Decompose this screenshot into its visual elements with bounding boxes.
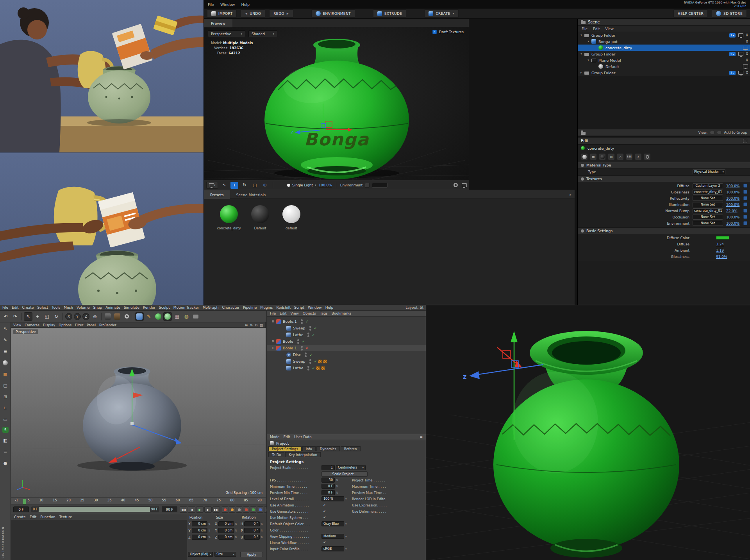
texture-slot-button[interactable]: None Set bbox=[693, 202, 723, 207]
diffuse-color-swatch[interactable] bbox=[716, 236, 729, 240]
attribute-tab-secondary[interactable]: Key Interpolation bbox=[285, 452, 321, 457]
enabled-toggle[interactable]: ✓ bbox=[305, 320, 309, 324]
visibility-monitor-icon[interactable] bbox=[738, 52, 743, 56]
scene-light-icon[interactable]: ◍ bbox=[182, 312, 191, 321]
render-settings-icon[interactable] bbox=[122, 312, 131, 321]
setting-value[interactable]: 0 F bbox=[321, 490, 335, 495]
record-scale-button[interactable] bbox=[250, 506, 256, 513]
spot-light-icon[interactable]: △ bbox=[617, 153, 624, 160]
material-sphere[interactable] bbox=[220, 205, 238, 223]
visibility-monitor-icon[interactable] bbox=[738, 33, 743, 37]
emissive-icon[interactable]: ✳ bbox=[635, 153, 642, 160]
texture-tag-icon[interactable] bbox=[321, 366, 325, 370]
expand-arrow-icon[interactable]: ▸ bbox=[579, 71, 583, 74]
render-queue-icon[interactable] bbox=[113, 312, 121, 321]
enabled-toggle[interactable]: ✓ bbox=[302, 340, 305, 344]
texture-options-icon[interactable] bbox=[743, 190, 747, 194]
add-to-group-button[interactable]: Add to Group bbox=[724, 131, 747, 134]
timeline-playhead[interactable] bbox=[23, 499, 26, 505]
visibility-monitor-icon[interactable] bbox=[738, 71, 743, 75]
visibility-monitor-icon[interactable] bbox=[743, 46, 748, 50]
visibility-dots[interactable] bbox=[301, 346, 303, 351]
remove-x-button[interactable]: X bbox=[746, 59, 748, 62]
palette-select-icon[interactable]: ↖ bbox=[2, 325, 9, 333]
autokey-button[interactable] bbox=[229, 506, 235, 513]
object-tree-row[interactable]: Sweep ✓ bbox=[267, 325, 426, 331]
objmgr-menu-item[interactable]: Bookmarks bbox=[332, 311, 351, 315]
live-selection-icon[interactable]: ↖ bbox=[24, 312, 32, 321]
scale-tool-icon[interactable]: ◱ bbox=[43, 312, 51, 321]
undo-icon[interactable]: ↶ bbox=[2, 312, 10, 321]
scene-menu-item[interactable]: Edit bbox=[593, 27, 600, 31]
position-input[interactable]: 0 cm bbox=[192, 535, 207, 540]
palette-model-icon[interactable]: ≡ bbox=[2, 347, 9, 355]
environment-button[interactable]: ENVIRONMENT bbox=[311, 9, 355, 18]
c4d-menu-item[interactable]: Select bbox=[37, 306, 48, 310]
expand-arrow-icon[interactable]: ▾ bbox=[586, 59, 590, 62]
visibility-dots[interactable] bbox=[307, 366, 309, 370]
app-menu-item[interactable]: Help bbox=[241, 2, 250, 7]
matmgr-menu-item[interactable]: Create bbox=[14, 515, 26, 519]
attribute-tab[interactable]: Referen bbox=[341, 446, 361, 451]
rotation-input[interactable]: 0 ° bbox=[244, 521, 260, 526]
coordinate-system-icon[interactable]: ⊕ bbox=[91, 312, 99, 321]
play-button[interactable]: ▶ bbox=[196, 506, 204, 513]
texture-strength-value[interactable]: 100.0% bbox=[726, 197, 739, 200]
texture-strength-value[interactable]: 100.0% bbox=[726, 215, 739, 219]
primitive-cube-icon[interactable] bbox=[135, 312, 144, 321]
view-shaded-icon[interactable] bbox=[710, 130, 714, 135]
texture-tag-icon[interactable] bbox=[318, 360, 322, 363]
c4d-menu-item[interactable]: Render bbox=[143, 306, 155, 310]
record-keyframe-button[interactable] bbox=[222, 506, 228, 513]
setting-value[interactable]: Gray-Blue bbox=[321, 521, 344, 526]
goto-start-button[interactable]: ◀◀ bbox=[180, 506, 187, 513]
material-item[interactable]: Default bbox=[248, 205, 272, 305]
texture-strength-value[interactable]: 100.0% bbox=[726, 190, 739, 194]
visibility-dots[interactable] bbox=[305, 352, 307, 357]
c4d-menu-item[interactable]: Volume bbox=[77, 306, 89, 310]
preview-range-slider[interactable]: 0 F 90 F bbox=[31, 506, 159, 512]
attribute-tab[interactable]: Info bbox=[302, 446, 316, 451]
deformer-icon[interactable] bbox=[163, 312, 172, 321]
import-button[interactable]: IMPORT bbox=[207, 9, 237, 18]
move-tool-icon[interactable]: + bbox=[230, 182, 238, 189]
apply-button[interactable]: Apply bbox=[240, 552, 263, 557]
c4d-canvas[interactable]: Perspective Grid Spacing : 100 cm bbox=[11, 328, 266, 497]
project-scale-input[interactable]: 1 bbox=[321, 465, 335, 470]
setting-value[interactable]: sRGB bbox=[321, 546, 344, 551]
viewport-menu-item[interactable]: Display bbox=[43, 323, 55, 327]
object-tree-row[interactable]: ⊞ Boole ✓ bbox=[267, 338, 426, 345]
redo-button[interactable]: REDO▶ bbox=[269, 9, 293, 18]
basic-setting-value[interactable]: 91.0% bbox=[716, 255, 727, 259]
c4d-menu-item[interactable]: File bbox=[2, 306, 8, 310]
texture-strength-value[interactable]: 100.0% bbox=[726, 203, 739, 207]
c4d-menu-item[interactable]: Character bbox=[222, 306, 239, 310]
previous-frame-button[interactable]: ◀ bbox=[188, 506, 195, 513]
texture-slot-button[interactable]: concrete_dirty_01 bbox=[693, 190, 723, 195]
viewport-menu-item[interactable]: Cameras bbox=[25, 323, 39, 327]
dark-sphere-icon[interactable] bbox=[599, 153, 606, 160]
attrmgr-menu-item[interactable]: Mode bbox=[270, 435, 280, 439]
viewport-menu-item[interactable]: ProRender bbox=[99, 323, 116, 327]
basic-settings-header[interactable]: Basic Settings bbox=[578, 227, 750, 234]
bulb-light-icon[interactable]: ◍ bbox=[608, 153, 615, 160]
attribute-tab[interactable]: Dynamics bbox=[316, 446, 340, 451]
c4d-menu-item[interactable]: Motion Tracker bbox=[173, 306, 199, 310]
setting-value[interactable]: ✓ bbox=[321, 503, 328, 508]
scene-tree-row[interactable]: ▾ Bonga pot ▾ X bbox=[578, 38, 750, 45]
z-axis-lock-button[interactable]: Z bbox=[82, 313, 89, 320]
range-start-handle[interactable]: 0 F bbox=[32, 507, 39, 512]
render-view-icon[interactable] bbox=[104, 312, 112, 321]
environment-lock-icon[interactable] bbox=[365, 183, 370, 188]
display-output-icon[interactable] bbox=[462, 183, 467, 187]
sss-icon[interactable]: SSS bbox=[626, 153, 633, 160]
tab-scene-materials[interactable]: Scene Materials bbox=[230, 190, 272, 199]
x-axis-lock-button[interactable]: X bbox=[65, 313, 72, 320]
sphere-preview-icon[interactable] bbox=[581, 153, 588, 160]
end-frame-input[interactable]: 90 F bbox=[162, 506, 177, 512]
pane-layout-icon[interactable]: ▤ bbox=[259, 323, 263, 327]
setting-value[interactable]: Medium bbox=[321, 534, 344, 539]
texture-options-icon[interactable] bbox=[743, 196, 747, 200]
move-tool-icon[interactable]: + bbox=[33, 312, 42, 321]
tab-preview[interactable]: Preview bbox=[204, 19, 232, 27]
